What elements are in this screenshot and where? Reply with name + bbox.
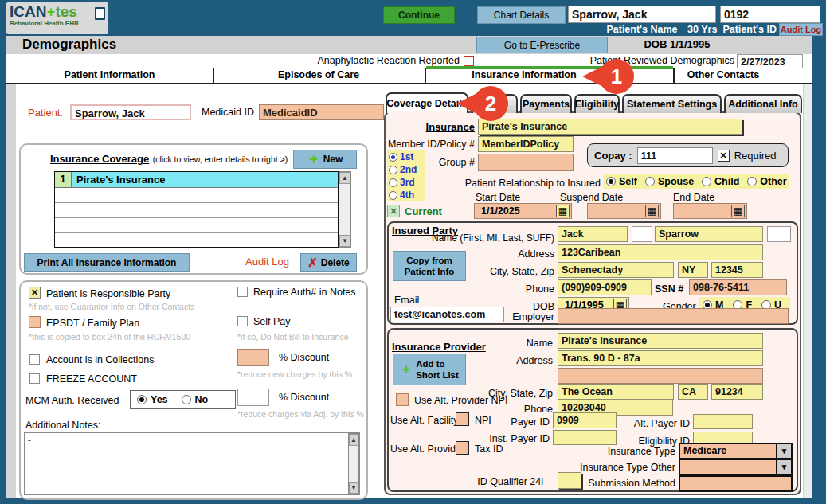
- additional-notes-textarea[interactable]: -: [24, 432, 360, 495]
- payer-id-field[interactable]: 0909: [553, 412, 617, 428]
- group-number-field[interactable]: [478, 154, 574, 171]
- subtab-statement-settings[interactable]: Statement Settings: [622, 94, 722, 113]
- alt-payer-id-field[interactable]: [693, 414, 753, 429]
- insurance-type-dropdown[interactable]: Medicare: [679, 443, 793, 459]
- dropdown-arrow-icon[interactable]: [776, 460, 791, 474]
- relationship-spouse-radio[interactable]: [645, 177, 655, 186]
- subtab-payments[interactable]: Payments: [520, 94, 572, 113]
- use-alt-provider-npi-checkbox[interactable]: [396, 393, 409, 406]
- inst-payer-id-field[interactable]: [553, 430, 617, 445]
- mcm-no-radio[interactable]: [182, 395, 191, 404]
- member-id-field[interactable]: MemberIDPolicy: [478, 136, 574, 152]
- relationship-other-radio[interactable]: [747, 177, 757, 186]
- tab-insurance-information[interactable]: Insurance Information: [444, 69, 604, 80]
- insurance-name-field[interactable]: Pirate's Insurance: [478, 119, 742, 135]
- mcm-yes-radio[interactable]: [137, 395, 147, 404]
- eprescribe-button[interactable]: Go to E-Prescribe: [476, 37, 608, 53]
- provider-address-field[interactable]: Trans. 90 D - 87a: [558, 350, 763, 366]
- dropdown-arrow-icon[interactable]: [776, 444, 791, 458]
- copay-required-checkbox[interactable]: [718, 150, 730, 162]
- insured-first-name-field[interactable]: Jack: [558, 226, 628, 242]
- insurance-type-other-dropdown[interactable]: [679, 459, 793, 475]
- ssn-field[interactable]: 098-76-5411: [689, 279, 787, 295]
- insurance-list-row-empty[interactable]: [55, 233, 338, 248]
- provider-zip-field[interactable]: 91234: [711, 384, 763, 400]
- patient-name-field[interactable]: Sparrow, Jack: [568, 6, 716, 23]
- new-insurance-button[interactable]: New: [293, 150, 357, 169]
- email-field[interactable]: test@icanotes.com: [390, 307, 504, 322]
- provider-name-field[interactable]: Pirate's Insurance: [558, 333, 763, 349]
- provider-address2-field[interactable]: [558, 368, 763, 384]
- delete-insurance-button[interactable]: Delete: [300, 253, 357, 272]
- copay-field[interactable]: 111: [637, 147, 713, 164]
- insurance-list-row-empty[interactable]: [55, 188, 338, 203]
- scroll-down-icon[interactable]: [349, 482, 358, 494]
- scroll-down-icon[interactable]: [339, 235, 350, 247]
- provider-state-field[interactable]: CA: [678, 384, 708, 400]
- self-pay-checkbox[interactable]: [237, 316, 248, 326]
- insured-city-field[interactable]: Schenectady: [558, 262, 674, 278]
- rank-4th-radio[interactable]: [389, 191, 397, 200]
- rank-1st-radio[interactable]: [389, 153, 397, 162]
- submission-method-field[interactable]: [679, 475, 793, 492]
- tab-other-contacts[interactable]: Other Contacts: [675, 69, 771, 80]
- patient-id-field[interactable]: 0192: [720, 6, 820, 23]
- use-alt-facility-checkbox[interactable]: [456, 412, 469, 426]
- rank-2nd-radio[interactable]: [389, 166, 397, 174]
- patient-name-input[interactable]: Sparrow, Jack: [70, 104, 191, 120]
- insurance-list-scrollbar[interactable]: [339, 171, 351, 248]
- audit-log-link[interactable]: Audit Log: [245, 256, 289, 268]
- insurance-list-row-selected[interactable]: 1 Pirate's Insurance: [55, 172, 338, 188]
- discount-adj-note: *reduce charges via Adj. by this %: [237, 409, 364, 419]
- start-date-field[interactable]: 1/1/2025: [474, 203, 572, 219]
- discount-new-field[interactable]: [237, 349, 269, 366]
- subtab-additional-info[interactable]: Additional Info: [724, 94, 802, 113]
- tab-episodes-of-care[interactable]: Episodes of Care: [239, 69, 398, 80]
- freeze-account-checkbox[interactable]: [29, 373, 40, 384]
- chart-details-button[interactable]: Chart Details: [477, 6, 566, 24]
- calendar-icon[interactable]: [731, 205, 745, 217]
- insurance-list-row-empty[interactable]: [55, 218, 338, 233]
- scroll-up-icon[interactable]: [349, 434, 358, 446]
- relationship-child-radio[interactable]: [702, 177, 711, 186]
- continue-button[interactable]: Continue: [383, 6, 455, 24]
- collections-checkbox[interactable]: [29, 354, 40, 365]
- end-date-field[interactable]: [673, 203, 747, 219]
- insured-mi-field[interactable]: [632, 226, 652, 242]
- employer-field[interactable]: [558, 308, 789, 324]
- medicaid-id-field[interactable]: MedicaidID: [259, 104, 384, 120]
- discount-adj-field[interactable]: [237, 389, 269, 406]
- relationship-child-label: Child: [714, 176, 739, 187]
- insurance-list-row-empty[interactable]: [55, 203, 338, 218]
- eligibility-label: Eligibility: [575, 99, 620, 110]
- current-checkbox[interactable]: [387, 205, 400, 217]
- use-alt-provider-checkbox[interactable]: [456, 441, 469, 455]
- annotation-step-2: 2: [473, 86, 508, 121]
- print-all-insurance-button[interactable]: Print All Insurance Information: [24, 253, 190, 272]
- insured-suffix-field[interactable]: [767, 226, 791, 242]
- responsible-party-checkbox[interactable]: [29, 287, 41, 299]
- tab-patient-information[interactable]: Patient Information: [24, 69, 195, 80]
- relationship-self-radio[interactable]: [606, 177, 616, 186]
- insured-last-name-field[interactable]: Sparrow: [655, 226, 763, 242]
- rank-3rd-radio[interactable]: [389, 178, 397, 187]
- insured-address-field[interactable]: 123Caribean: [558, 244, 763, 260]
- suspend-date-field[interactable]: [587, 203, 661, 219]
- calendar-icon[interactable]: [556, 205, 570, 217]
- add-to-short-list-button[interactable]: Add to Short List: [393, 354, 466, 385]
- audit-log-button-header[interactable]: Audit Log: [779, 23, 823, 36]
- insured-phone-field[interactable]: (090)909-0909: [558, 279, 652, 295]
- scroll-up-icon[interactable]: [339, 172, 350, 184]
- id-qualifier-field[interactable]: [558, 472, 581, 489]
- anaphylactic-checkbox[interactable]: [464, 56, 474, 66]
- calendar-icon[interactable]: [645, 205, 659, 217]
- copy-from-patient-button[interactable]: Copy from Patient Info: [393, 251, 466, 281]
- reviewed-date-field[interactable]: 2/27/2023: [737, 54, 803, 68]
- insured-zip-field[interactable]: 12345: [711, 262, 763, 278]
- notes-scrollbar[interactable]: [348, 433, 359, 494]
- provider-city-field[interactable]: The Ocean: [558, 384, 674, 400]
- subtab-eligibility[interactable]: Eligibility: [574, 94, 620, 113]
- epsdt-checkbox[interactable]: [29, 316, 41, 328]
- require-auth-checkbox[interactable]: [237, 287, 248, 297]
- insured-state-field[interactable]: NY: [678, 262, 708, 278]
